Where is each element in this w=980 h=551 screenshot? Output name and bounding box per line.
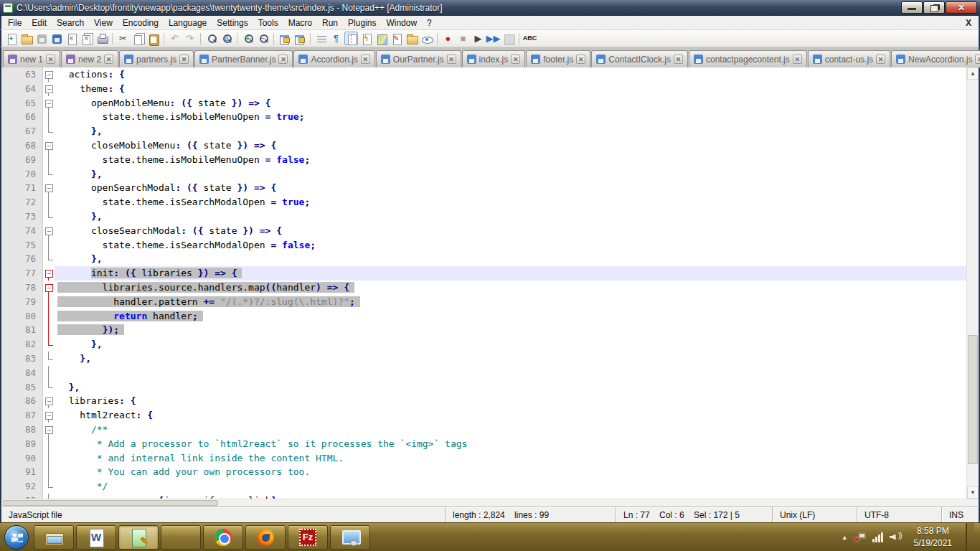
spell-check-icon[interactable]: ABC <box>523 32 537 45</box>
tab-close-icon[interactable]: ✕ <box>793 55 802 64</box>
code-text[interactable]: }, <box>55 209 979 224</box>
minimize-button[interactable] <box>901 1 923 14</box>
menu-item-language[interactable]: Language <box>164 17 212 29</box>
code-text[interactable]: }, <box>55 352 979 366</box>
code-text[interactable]: html2react: { <box>55 408 979 423</box>
fold-marker[interactable] <box>43 238 55 253</box>
sync-horizontal-icon[interactable] <box>293 32 306 45</box>
code-text[interactable]: * and internal link inside the content H… <box>55 451 979 466</box>
fold-marker[interactable] <box>43 479 55 494</box>
code-text[interactable]: return handler; <box>55 309 979 324</box>
tab-close-icon[interactable]: ✕ <box>576 55 585 64</box>
menu-item-window[interactable]: Window <box>381 17 422 29</box>
tab-index-js[interactable]: index.js✕ <box>462 50 526 67</box>
tab-footer-js[interactable]: footer.js✕ <box>526 50 590 67</box>
sync-vertical-icon[interactable] <box>278 32 291 45</box>
code-text[interactable]: processors: [image, iframe, link], <box>55 494 979 499</box>
word-wrap-icon[interactable] <box>314 32 328 45</box>
code-text[interactable]: state.theme.isSearchModalOpen = false; <box>55 238 979 253</box>
editor[interactable]: 63 actions: {64 theme: {65 openMobileMen… <box>0 67 980 507</box>
fold-marker[interactable] <box>43 380 55 395</box>
fold-marker[interactable] <box>43 224 55 238</box>
play-macro-icon[interactable]: ▶ <box>471 32 485 45</box>
tab-accordion-js[interactable]: Accordion.js✕ <box>293 50 374 67</box>
code-text[interactable]: */ <box>55 479 979 494</box>
fold-marker[interactable] <box>43 138 55 153</box>
code-text[interactable]: state.theme.isMobileMenuOpen = true; <box>55 110 979 124</box>
fold-marker[interactable] <box>43 195 55 209</box>
tab-close-icon[interactable]: ✕ <box>104 55 113 64</box>
fold-marker[interactable] <box>43 209 55 224</box>
code-text[interactable]: * You can add your own processors too. <box>55 465 979 479</box>
fold-marker[interactable] <box>43 266 55 281</box>
vertical-scrollbar-thumb[interactable] <box>968 335 978 464</box>
vertical-scrollbar[interactable]: ▲ ▼ <box>966 67 979 499</box>
tab-contact-us-js[interactable]: contact-us.js✕ <box>808 50 890 67</box>
code-text[interactable] <box>55 366 979 380</box>
fold-marker[interactable] <box>43 437 55 451</box>
horizontal-scrollbar-thumb[interactable] <box>3 500 218 506</box>
fold-marker[interactable] <box>43 465 55 479</box>
volume-icon[interactable] <box>890 532 902 542</box>
menu-item-macro[interactable]: Macro <box>283 17 317 29</box>
menu-item-[interactable]: ? <box>422 17 437 29</box>
code-text[interactable]: libraries.source.handlers.map((handler) … <box>55 281 979 295</box>
tab-partners-js[interactable]: partners.js✕ <box>119 50 194 67</box>
taskbar-button-filezilla[interactable]: Fz <box>288 525 328 550</box>
menu-item-view[interactable]: View <box>89 17 118 29</box>
fold-marker[interactable] <box>43 153 55 167</box>
taskbar-button-firefox[interactable] <box>245 525 286 550</box>
record-macro-icon[interactable]: ● <box>441 32 455 45</box>
fold-marker[interactable] <box>43 67 55 82</box>
fold-marker[interactable] <box>43 252 55 266</box>
code-text[interactable]: }, <box>55 252 979 266</box>
code-text[interactable]: * Add a processor to `html2react` so it … <box>55 437 979 451</box>
code-text[interactable]: theme: { <box>55 82 979 96</box>
code-text[interactable]: openMobileMenu: ({ state }) => { <box>55 96 979 110</box>
code-text[interactable]: state.theme.isSearchModalOpen = true; <box>55 195 979 209</box>
menu-item-plugins[interactable]: Plugins <box>343 17 381 29</box>
tab-close-icon[interactable]: ✕ <box>511 55 520 64</box>
taskbar-button-word[interactable] <box>76 525 116 550</box>
tab-close-icon[interactable]: ✕ <box>876 55 885 64</box>
menu-item-tools[interactable]: Tools <box>253 17 283 29</box>
status-insert-mode[interactable]: INS <box>941 507 979 522</box>
code-text[interactable]: openSearchModal: ({ state }) => { <box>55 181 979 195</box>
taskbar-button-notepad-plus-plus[interactable] <box>118 525 159 550</box>
restore-button[interactable] <box>923 1 945 14</box>
print-icon[interactable] <box>95 32 108 45</box>
open-file-icon[interactable] <box>19 32 33 45</box>
code-text[interactable]: }, <box>55 124 979 138</box>
tab-close-icon[interactable]: ✕ <box>674 55 683 64</box>
code-text[interactable]: }); <box>55 323 979 337</box>
start-button[interactable] <box>1 524 32 551</box>
fold-marker[interactable] <box>43 181 55 195</box>
run-macro-multiple-icon[interactable]: ▶▶ <box>486 32 500 45</box>
fold-marker[interactable] <box>43 337 55 352</box>
replace-icon[interactable]: a <box>220 32 233 45</box>
function-list-icon[interactable]: ✎ <box>390 32 403 45</box>
fold-marker[interactable] <box>43 295 55 309</box>
menu-item-search[interactable]: Search <box>52 17 89 29</box>
status-eol-format[interactable]: Unix (LF) <box>772 507 857 522</box>
fold-marker[interactable] <box>43 96 55 110</box>
code-text[interactable]: }, <box>55 380 979 395</box>
taskbar-button-explorer[interactable] <box>34 525 74 550</box>
code-text[interactable]: closeMobileMenu: ({ state }) => { <box>55 138 979 153</box>
show-desktop-button[interactable] <box>966 523 974 551</box>
fold-marker[interactable] <box>43 423 55 437</box>
fold-marker[interactable] <box>43 352 55 366</box>
taskbar-button-remote-desktop[interactable] <box>330 525 370 550</box>
taskbar-button-tortoise-svn[interactable] <box>161 525 201 550</box>
tab-new-1[interactable]: new 1✕ <box>3 50 60 67</box>
scroll-up-icon[interactable]: ▲ <box>967 67 979 80</box>
tab-close-icon[interactable]: ✕ <box>361 55 370 64</box>
show-hidden-icons-icon[interactable]: ▲ <box>842 534 848 541</box>
menu-item-encoding[interactable]: Encoding <box>118 17 164 29</box>
tab-new-2[interactable]: new 2✕ <box>61 50 118 67</box>
tab-partnerbanner-js[interactable]: PartnerBanner.js✕ <box>194 50 293 67</box>
code-text[interactable]: state.theme.isMobileMenuOpen = false; <box>55 153 979 167</box>
fold-marker[interactable] <box>43 124 55 138</box>
wireless-signal-icon[interactable] <box>872 532 883 542</box>
folder-as-workspace-icon[interactable] <box>405 32 418 45</box>
